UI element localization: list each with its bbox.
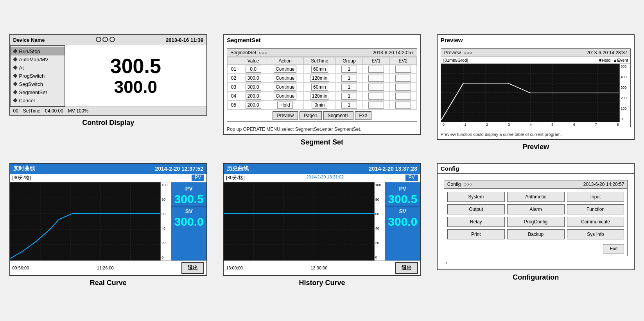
seg-inner-title: SegmentSet ○○○ — [230, 50, 267, 55]
table-row: 05 200.0 Hold 0min 1 — [228, 100, 417, 109]
preview-subheader-left: [01min/Grod] — [443, 58, 468, 62]
real-curve-scale: [30分/格] — [13, 175, 31, 181]
row-action: Continue — [267, 64, 303, 73]
row-ev2 — [389, 64, 416, 73]
real-curve-title: 实时曲线 — [13, 165, 35, 172]
preview-inner-timestamp: 2013-6-20 14:28:37 — [587, 50, 628, 55]
preview-inner: Preview ○○○ 2013-6-20 14:28:37 [01min/Gr… — [441, 48, 631, 127]
sv-value: 300.0 — [68, 78, 204, 96]
preview-panel: Preview Preview ○○○ 2013-6-20 14:28:37 [… — [437, 34, 635, 140]
segment-set-title: SegmentSet — [224, 35, 420, 45]
preview-wrapper: Preview Preview ○○○ 2013-6-20 14:28:37 [… — [437, 34, 635, 151]
config-wrapper: Config Config ○○○ 2013-6-20 14:20:57 Sys… — [437, 163, 635, 287]
config-print-btn[interactable]: Print — [447, 229, 505, 239]
real-curve-header: 实时曲线 2014-2-20 12:37:52 — [10, 164, 207, 174]
menu-item-label: AutoMan/MV — [19, 57, 48, 62]
preview-hold: ■Hold ▲Event — [599, 58, 628, 62]
control-display-wrapper: Device Name 2013-8-16 11:39 Run/Stop — [9, 34, 208, 151]
menu-item-at[interactable]: At — [11, 64, 65, 72]
preview-yaxis: 600 400 300 200 100 0 — [619, 64, 630, 122]
history-curve-pv-header: PV — [405, 175, 418, 181]
menu-item-segswitch[interactable]: SegSwitch — [11, 80, 65, 88]
real-time-end: 11:26:00 — [97, 266, 114, 270]
config-exit-btn[interactable]: Exit — [603, 244, 624, 253]
config-relay-btn[interactable]: Relay — [447, 217, 505, 227]
history-time-start: 13:00:00 — [226, 266, 243, 270]
exit-button[interactable]: Exit — [355, 111, 371, 120]
diamond-icon — [13, 82, 17, 86]
segment1-button[interactable]: Segment1 — [323, 111, 353, 120]
row-num: 03 — [228, 82, 240, 91]
menu-item-run-stop[interactable]: Run/Stop — [11, 47, 65, 55]
config-communicate-btn[interactable]: Communicate — [567, 217, 624, 227]
menu-item-cancel[interactable]: Cancel — [11, 96, 65, 105]
real-curve-label: Real Curve — [90, 279, 127, 287]
history-pv-label: PV — [399, 185, 406, 193]
menu-item-label: ProgSwitch — [19, 73, 45, 79]
real-curve-footer: 09:56:00 11:26:00 退出 — [10, 260, 207, 275]
menu-item-label: SegmentSet — [19, 89, 47, 95]
seg-inner-header: SegmentSet ○○○ 2013-6-20 14:20:57 — [227, 49, 417, 57]
preview-footer-text: Preview function could display a curve t… — [438, 130, 634, 139]
menu-item-automan[interactable]: AutoMan/MV — [11, 55, 65, 64]
row-action: Continue — [267, 82, 303, 91]
history-curve-label: History Curve — [299, 279, 345, 287]
history-exit-button[interactable]: 退出 — [395, 262, 418, 274]
history-sv-value: 300.0 — [388, 215, 417, 228]
preview-xaxis: 0 1 2 3 4 5 6 7 8 — [441, 122, 631, 127]
row-settime: 60min — [303, 82, 335, 91]
real-exit-button[interactable]: 退出 — [181, 262, 204, 274]
row-ev2 — [389, 82, 416, 91]
row-action: Continue — [267, 91, 303, 100]
config-progconfig-btn[interactable]: ProgConfig — [507, 217, 565, 227]
preview-grid-svg — [441, 64, 620, 122]
config-body: Config ○○○ 2013-6-20 14:20:57 System Ari… — [438, 174, 634, 269]
row-action: Hold — [267, 100, 303, 109]
config-alarm-btn[interactable]: Alarm — [507, 204, 565, 214]
config-backup-btn[interactable]: Backup — [507, 229, 565, 239]
menu-item-progswitch[interactable]: ProgSwitch — [11, 72, 65, 80]
config-arithmetic-btn[interactable]: Arithmetic — [507, 192, 565, 202]
segment-set-inner: SegmentSet ○○○ 2013-6-20 14:20:57 Value … — [227, 48, 417, 122]
menu-item-label: At — [19, 65, 24, 71]
history-curve-body: 100 80 60 40 20 0 PV 300.5 SV 300.0 — [224, 182, 420, 260]
row-ev1 — [362, 91, 389, 100]
col-ev2: EV2 — [389, 57, 416, 64]
config-output-btn[interactable]: Output — [447, 204, 505, 214]
pv-value: 300.5 — [68, 56, 204, 76]
history-curve-title: 历史曲线 — [227, 165, 249, 172]
footer-time: 04:00:00 — [45, 108, 63, 114]
history-curve-footer: 13:00:00 13:30:00 退出 — [224, 260, 420, 275]
menu-item-label: SegSwitch — [19, 81, 43, 87]
footer-mv: MV 100% — [68, 108, 88, 114]
preview-label: Preview — [522, 143, 549, 151]
col-group: Group — [335, 57, 362, 64]
real-curve-pv-header: PV — [192, 175, 204, 181]
row-num: 05 — [228, 100, 240, 109]
config-input-btn[interactable]: Input — [567, 192, 624, 202]
col-action: Action — [267, 57, 303, 64]
diamond-icon — [13, 90, 17, 94]
config-function-btn[interactable]: Function — [567, 204, 624, 214]
config-sysinfo-btn[interactable]: Sys Info — [567, 229, 624, 239]
device-timestamp: 2013-8-16 11:39 — [166, 37, 203, 43]
diamond-icon — [13, 73, 17, 78]
control-display-panel: Device Name 2013-8-16 11:39 Run/Stop — [9, 34, 208, 116]
config-exit-row: Exit — [444, 243, 628, 256]
real-sv-label: SV — [185, 207, 193, 215]
page1-button[interactable]: Page1 — [300, 111, 322, 120]
menu-item-segmentset[interactable]: SegmentSet — [11, 88, 65, 96]
row-action: Continue — [267, 73, 303, 82]
preview-inner-header: Preview ○○○ 2013-6-20 14:28:37 — [441, 49, 631, 57]
diamond-icon — [13, 98, 17, 102]
col-ev1: EV1 — [362, 57, 389, 64]
real-curve-timestamp: 2014-2-20 12:37:52 — [155, 166, 203, 172]
real-curve-panel: 实时曲线 2014-2-20 12:37:52 [30分/格] PV — [9, 163, 208, 276]
config-system-btn[interactable]: System — [447, 192, 505, 202]
preview-button[interactable]: Preview — [273, 111, 298, 120]
history-pv-value: 300.5 — [388, 193, 417, 206]
row-ev1 — [362, 64, 389, 73]
row-ev1 — [362, 100, 389, 109]
history-curve-date: 2014-2-20 13:31:02 — [306, 175, 344, 181]
dropdown-menu[interactable]: Run/Stop AutoMan/MV At ProgSwitch — [10, 45, 65, 107]
